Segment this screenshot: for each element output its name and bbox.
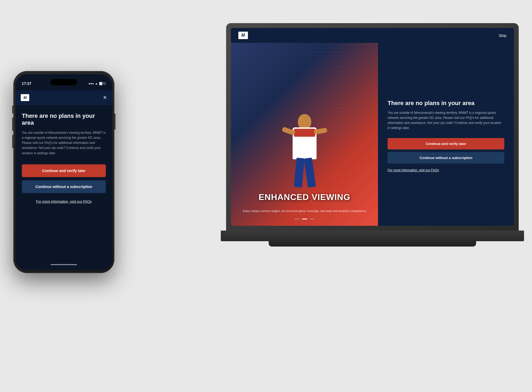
phone-no-plans-description: You are outside of Monumental's viewing … bbox=[22, 130, 106, 156]
volume-up-button bbox=[12, 118, 13, 131]
mute-button bbox=[12, 106, 13, 114]
phone-logo: M bbox=[21, 94, 29, 101]
laptop-faq-link[interactable]: For more information, visit our FAQs bbox=[388, 168, 504, 172]
phone: 17:27 ●●● ▲ ⬜72 M ✕ There are no plans i… bbox=[13, 71, 114, 273]
phone-status-icons: ●●● ▲ ⬜72 bbox=[89, 82, 106, 85]
phone-main: There are no plans in your area You are … bbox=[15, 105, 112, 270]
laptop-skip-button[interactable]: Skip bbox=[499, 33, 506, 38]
battery-icon: ⬜72 bbox=[99, 82, 106, 85]
phone-no-plans-title: There are no plans in your area bbox=[22, 112, 106, 127]
phone-time: 17:27 bbox=[22, 81, 31, 86]
player-figure bbox=[275, 114, 334, 205]
carousel-dots bbox=[231, 219, 378, 219]
enhanced-viewing-text: ENHANCED VIEWING bbox=[231, 193, 378, 202]
phone-close-button[interactable]: ✕ bbox=[103, 95, 107, 101]
laptop-header: M Skip bbox=[231, 28, 514, 43]
signal-icon: ●●● bbox=[89, 82, 94, 85]
no-plans-title: There are no plans in your area bbox=[388, 100, 504, 107]
home-indicator bbox=[51, 264, 77, 265]
laptop-foot bbox=[269, 241, 476, 247]
laptop: M Skip ‹ Back bbox=[226, 23, 519, 364]
phone-screen: 17:27 ●●● ▲ ⬜72 M ✕ There are no plans i… bbox=[15, 74, 112, 270]
phone-verify-later-button[interactable]: Continue and verify later bbox=[22, 164, 106, 177]
laptop-base bbox=[221, 231, 524, 241]
no-plans-description: You are outside of Monumental's viewing … bbox=[388, 110, 504, 131]
phone-status-bar: 17:27 ●●● ▲ ⬜72 bbox=[22, 80, 106, 87]
dot-2[interactable] bbox=[302, 219, 307, 219]
dot-1[interactable] bbox=[294, 219, 300, 219]
laptop-logo: M bbox=[238, 32, 248, 39]
player-leg-left bbox=[294, 158, 304, 187]
phone-header: M ✕ bbox=[15, 90, 112, 105]
phone-content: M ✕ There are no plans in your area You … bbox=[15, 90, 112, 270]
phone-no-subscription-button[interactable]: Continue without a subscription bbox=[22, 180, 106, 193]
dot-3[interactable] bbox=[309, 219, 315, 219]
laptop-no-subscription-button[interactable]: Continue without a subscription bbox=[388, 152, 504, 164]
phone-frame: 17:27 ●●● ▲ ⬜72 M ✕ There are no plans i… bbox=[13, 71, 114, 273]
player-arms bbox=[282, 129, 327, 134]
player-arm-right bbox=[313, 128, 327, 135]
volume-down-button bbox=[12, 135, 13, 148]
laptop-content: ENHANCED VIEWING Enjoy unique camera ang… bbox=[231, 43, 514, 226]
laptop-verify-later-button[interactable]: Continue and verify later bbox=[388, 138, 504, 149]
laptop-left-panel: ENHANCED VIEWING Enjoy unique camera ang… bbox=[231, 43, 378, 226]
power-button bbox=[114, 114, 115, 130]
laptop-screen: M Skip ‹ Back bbox=[231, 28, 514, 226]
panel-subtitle: Enjoy unique camera angles, pre and post… bbox=[235, 209, 374, 213]
player-leg-right bbox=[304, 157, 316, 187]
player-legs bbox=[294, 158, 315, 190]
wifi-icon: ▲ bbox=[95, 82, 98, 85]
laptop-body: M Skip ‹ Back bbox=[226, 23, 519, 231]
player-head bbox=[298, 114, 311, 129]
scene: M Skip ‹ Back bbox=[13, 12, 519, 380]
laptop-right-panel: There are no plans in your area You are … bbox=[378, 43, 514, 226]
phone-faq-link[interactable]: For more information, visit our FAQs bbox=[22, 199, 106, 203]
